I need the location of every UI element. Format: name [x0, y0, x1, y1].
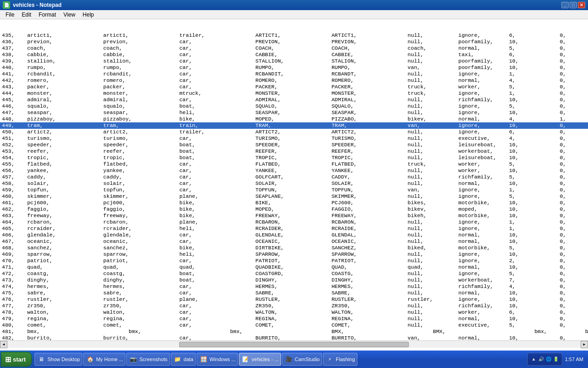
text-line: 440, rumpo, rumpo, car, RUMPO, RUMPO, va… [0, 64, 588, 71]
text-line: 443, packer, packer, car, PACKER, PACKER… [0, 84, 588, 90]
taskbar-right: ▲ 🔊 🌐 🔋 1:57 AM [527, 353, 587, 366]
taskbar-icon-screenshots: 📷 [129, 355, 138, 364]
minimize-button[interactable]: _ [561, 2, 569, 8]
text-line: 467, oceanic, oceanic, car, OCEANIC, OCE… [0, 238, 588, 245]
text-line: 438, cabbie, cabbie, car, CABBIE, CABBIE… [0, 52, 588, 58]
scroll-track[interactable] [7, 341, 581, 348]
scroll-thumb[interactable] [179, 342, 408, 347]
taskbar-label-camstudio: CamStudio [295, 356, 320, 362]
text-line: 455, flatbed, flatbed, car, FLATBED, FLA… [0, 161, 588, 167]
menu-format[interactable]: Format [35, 10, 60, 19]
text-line: 459, topfun, topfun, car, TOPFUN, TOPFUN… [0, 187, 588, 193]
text-line: 481, bmx, bmx, bmx, BMX, BMX, bmx, bicyc… [0, 328, 588, 335]
taskbar-label-my-home: My Home ... [96, 356, 123, 362]
text-line: 463, freeway, freeway, bike, FREEWAY, FR… [0, 213, 588, 219]
text-line: 471, quad, quad, quad, QUADBIKE, QUAD, q… [0, 264, 588, 270]
taskbar-btn-vehicles-notepad[interactable]: 📝vehicles - ... [239, 353, 281, 366]
text-line: 445, admiral, admiral, car, ADMIRAL, ADM… [0, 97, 588, 103]
tray-icon-4: 🔋 [553, 356, 559, 362]
tray-icon-2: 🔊 [538, 356, 544, 362]
text-line: 453, reefer, reefer, boat, REEFER, REEFE… [0, 148, 588, 155]
close-button[interactable]: ✕ [578, 2, 585, 8]
system-tray: ▲ 🔊 🌐 🔋 [527, 353, 562, 366]
taskbar-icon-my-home: 🏠 [85, 355, 95, 364]
text-line: 444, monster, monster, mtruck, MONSTER, … [0, 90, 588, 97]
text-line: 437, coach, coach, car, COACH, COACH, co… [0, 45, 588, 52]
taskbar-icon-windows: 🪟 [199, 355, 208, 364]
text-line: 446, squalo, squalo, boat, SQUALO, SQUAL… [0, 103, 588, 109]
taskbar-icon-desktop: 🖥 [37, 355, 46, 364]
menu-file[interactable]: File [2, 10, 18, 19]
window-controls: _ □ ✕ [561, 2, 585, 8]
text-line: 452, speeder, speeder, boat, SPEEDER, SP… [0, 142, 588, 148]
text-line: 465, rcraider, rcraider, heli, RCRAIDER,… [0, 225, 588, 232]
taskbar-btn-desktop[interactable]: 🖥Show Desktop [34, 353, 82, 366]
window-title-group: 📄 vehicles - Notepad [3, 1, 62, 9]
text-line: 454, tropic, tropic, boat, TROPIC, TROPI… [0, 155, 588, 161]
scroll-right-button[interactable]: ▶ [581, 341, 588, 348]
text-line: 477, zr350, zr350, car, ZR350, ZR350, nu… [0, 303, 588, 309]
text-line: 469, sparrow, sparrow, heli, SPARROW, SP… [0, 251, 588, 258]
text-line: 442, romero, romero, car, ROMERO, ROMERO… [0, 77, 588, 84]
text-line: 480, comet, comet, car, COMET, COMET, nu… [0, 322, 588, 328]
taskbar-items: 🖥Show Desktop🏠My Home ...📷Screenshots📁da… [34, 353, 357, 366]
start-button[interactable]: ⊞ start [1, 352, 32, 367]
menu-view[interactable]: View [60, 10, 79, 19]
clock: 1:57 AM [563, 356, 585, 362]
taskbar-icon-vehicles-notepad: 📝 [241, 355, 250, 364]
taskbar-btn-screenshots[interactable]: 📷Screenshots [126, 353, 170, 366]
app-icon: 📄 [3, 1, 10, 9]
text-line: 466, glendale, glendale, car, GLENDALE, … [0, 232, 588, 238]
text-line: 468, sanchez, sanchez, bike, DIRTBIKE, S… [0, 245, 588, 251]
text-line: 475, sabre, sabre, car, SABRE, SABRE, nu… [0, 290, 588, 296]
text-line: 449, tram, tram, train, TRAM, TRAM, van,… [0, 122, 588, 129]
text-line: 461, pcj600, pcj600, bike, BIKE, PCJ600,… [0, 200, 588, 206]
start-icon: ⊞ [5, 355, 11, 364]
taskbar-icon-data: 📁 [173, 355, 182, 364]
tray-icon-1: ▲ [531, 356, 537, 362]
text-line: 462, faggio, faggio, bike, MOPED, FAGGIO… [0, 206, 588, 213]
menu-edit[interactable]: Edit [18, 10, 35, 19]
text-content: 435, artict1, artict1, trailer, ARTICT1,… [0, 19, 588, 340]
taskbar-label-windows: Windows ... [209, 356, 236, 362]
taskbar-icon-camstudio: 🎥 [284, 355, 294, 364]
text-line: 464, rcbaron, rcbaron, plane, RCBARON, R… [0, 219, 588, 225]
maximize-button[interactable]: □ [570, 2, 577, 8]
taskbar-btn-my-home[interactable]: 🏠My Home ... [83, 353, 125, 366]
taskbar-label-desktop: Show Desktop [47, 356, 80, 362]
taskbar-btn-windows[interactable]: 🪟Windows ... [197, 353, 238, 366]
taskbar-icon-flashing: ⚡ [325, 355, 334, 364]
tray-icon-3: 🌐 [545, 356, 552, 362]
text-line: 435, artict1, artict1, trailer, ARTICT1,… [0, 32, 588, 39]
text-line: 474, hermes, hermes, car, HERMES, HERMES… [0, 283, 588, 290]
taskbar-btn-camstudio[interactable]: 🎥CamStudio [282, 353, 322, 366]
text-line: 457, caddy, caddy, car, GOLFCART, CADDY,… [0, 174, 588, 180]
text-line: 439, stallion, stallion, car, STALLION, … [0, 58, 588, 64]
horizontal-scrollbar: ◀ ▶ [0, 340, 588, 348]
text-line: 478, walton, walton, car, WALTON, WALTON… [0, 309, 588, 316]
text-line: 470, patriot, patriot, car, PATRIOT, PAT… [0, 258, 588, 264]
taskbar-label-flashing: Flashing [336, 356, 355, 362]
window-title: vehicles - Notepad [13, 2, 62, 8]
text-line: 460, skimmer, skimmer, plane, SEAPLANE, … [0, 193, 588, 200]
text-line: 447, seaspar, seaspar, heli, SEASPAR, SE… [0, 109, 588, 116]
text-line: 451, turismo, turismo, car, TURISMO, TUR… [0, 135, 588, 142]
text-line: 458, solair, solair, car, SOLAIR, SOLAIR… [0, 180, 588, 187]
text-line: 436, previon, previon, car, PREVION, PRE… [0, 39, 588, 45]
text-line: 472, coastg, coastg, boat, COASTGRD, COA… [0, 270, 588, 277]
taskbar: ⊞ start 🖥Show Desktop🏠My Home ...📷Screen… [0, 351, 588, 368]
taskbar-btn-data[interactable]: 📁data [171, 353, 196, 366]
title-bar: 📄 vehicles - Notepad _ □ ✕ [0, 0, 588, 10]
text-line: 476, rustler, rustler, plane, RUSTLER, R… [0, 296, 588, 303]
text-line: 479, regina, regina, car, REGINA, REGINA… [0, 316, 588, 322]
taskbar-label-vehicles-notepad: vehicles - ... [252, 356, 279, 362]
menu-help[interactable]: Help [79, 10, 98, 19]
text-line: 482, burrito, burrito, car, BURRITO, BUR… [0, 335, 588, 340]
text-editor-area[interactable]: 435, artict1, artict1, trailer, ARTICT1,… [0, 19, 588, 340]
text-line: 456, yankee, yankee, car, YANKEE, YANKEE… [0, 167, 588, 174]
taskbar-btn-flashing[interactable]: ⚡Flashing [323, 353, 357, 366]
scroll-left-button[interactable]: ◀ [0, 341, 7, 348]
taskbar-label-screenshots: Screenshots [139, 356, 167, 362]
text-line: 473, dinghy, dinghy, boat, DINGHY, DINGH… [0, 277, 588, 283]
start-label: start [13, 356, 26, 363]
